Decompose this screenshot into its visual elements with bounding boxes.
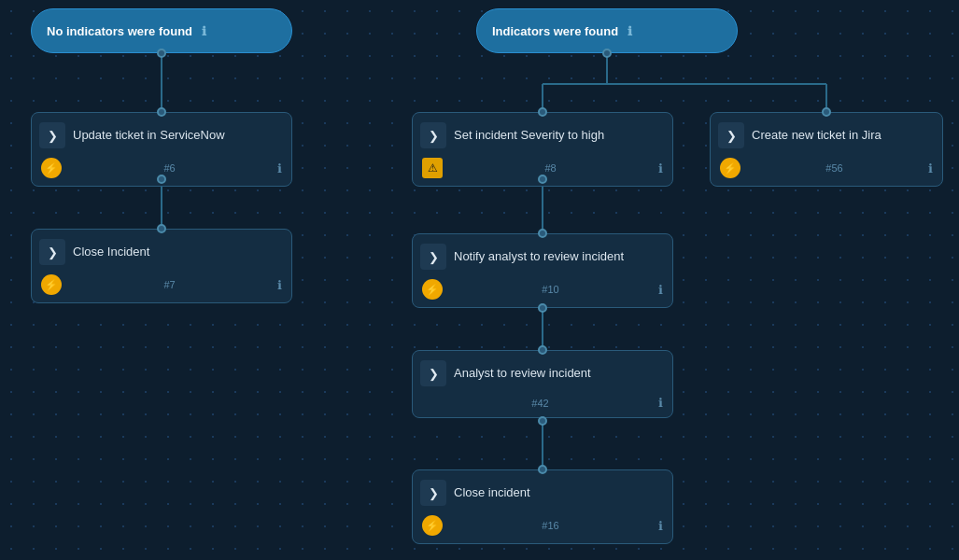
update-ticket-id: #6 <box>163 162 175 174</box>
set-severity-id: #8 <box>544 162 556 174</box>
notify-analyst-arrow-icon <box>420 244 446 270</box>
create-jira-node[interactable]: Create new ticket in Jira ⚡ #56 ℹ <box>710 112 943 187</box>
notify-analyst-title: Notify analyst to review incident <box>454 249 624 265</box>
close-incident-left-arrow-icon <box>39 239 65 265</box>
notify-analyst-node[interactable]: Notify analyst to review incident ⚡ #10 … <box>412 233 673 308</box>
close-incident-right-node[interactable]: Close incident ⚡ #16 ℹ <box>412 469 673 544</box>
set-severity-warning-badge: ⚠ <box>422 158 443 178</box>
close-incident-right-arrow-icon <box>420 480 446 506</box>
trigger-no-indicators[interactable]: No indicators were found ℹ <box>31 8 292 53</box>
create-jira-title: Create new ticket in Jira <box>752 128 881 144</box>
create-jira-arrow-icon <box>718 122 744 148</box>
trigger-indicators-label: Indicators were found <box>492 24 618 38</box>
close-incident-left-id: #7 <box>163 279 175 290</box>
trigger-no-indicators-info-icon[interactable]: ℹ <box>202 24 206 38</box>
create-jira-info-icon[interactable]: ℹ <box>928 161 933 175</box>
create-jira-badge: ⚡ <box>720 158 740 178</box>
update-ticket-title: Update ticket in ServiceNow <box>73 128 225 144</box>
close-incident-right-info-icon[interactable]: ℹ <box>658 519 663 533</box>
close-incident-right-id: #16 <box>542 520 558 531</box>
close-incident-left-node[interactable]: Close Incident ⚡ #7 ℹ <box>31 229 292 303</box>
create-jira-id: #56 <box>825 162 842 174</box>
close-incident-right-badge: ⚡ <box>422 515 443 536</box>
update-ticket-arrow-icon <box>39 122 65 148</box>
trigger-no-indicators-label: No indicators were found <box>47 24 192 38</box>
set-severity-info-icon[interactable]: ℹ <box>658 161 663 175</box>
set-severity-arrow-icon <box>420 122 446 148</box>
analyst-review-info-icon[interactable]: ℹ <box>658 396 663 410</box>
notify-analyst-info-icon[interactable]: ℹ <box>658 283 663 297</box>
update-ticket-info-icon[interactable]: ℹ <box>277 161 282 175</box>
close-incident-left-title: Close Incident <box>73 245 149 260</box>
set-severity-title: Set incident Severity to high <box>454 128 604 144</box>
analyst-review-arrow-icon <box>420 360 446 386</box>
notify-analyst-badge: ⚡ <box>422 279 443 300</box>
notify-analyst-id: #10 <box>542 284 558 295</box>
close-incident-right-title: Close incident <box>454 485 530 501</box>
analyst-review-title: Analyst to review incident <box>454 366 591 382</box>
trigger-indicators[interactable]: Indicators were found ℹ <box>476 8 738 53</box>
analyst-review-node[interactable]: Analyst to review incident #42 ℹ <box>412 350 673 418</box>
trigger-indicators-info-icon[interactable]: ℹ <box>628 24 632 38</box>
close-incident-left-info-icon[interactable]: ℹ <box>277 278 282 292</box>
close-incident-left-badge: ⚡ <box>41 274 62 295</box>
update-ticket-badge: ⚡ <box>41 158 62 178</box>
analyst-review-id: #42 <box>531 398 548 409</box>
